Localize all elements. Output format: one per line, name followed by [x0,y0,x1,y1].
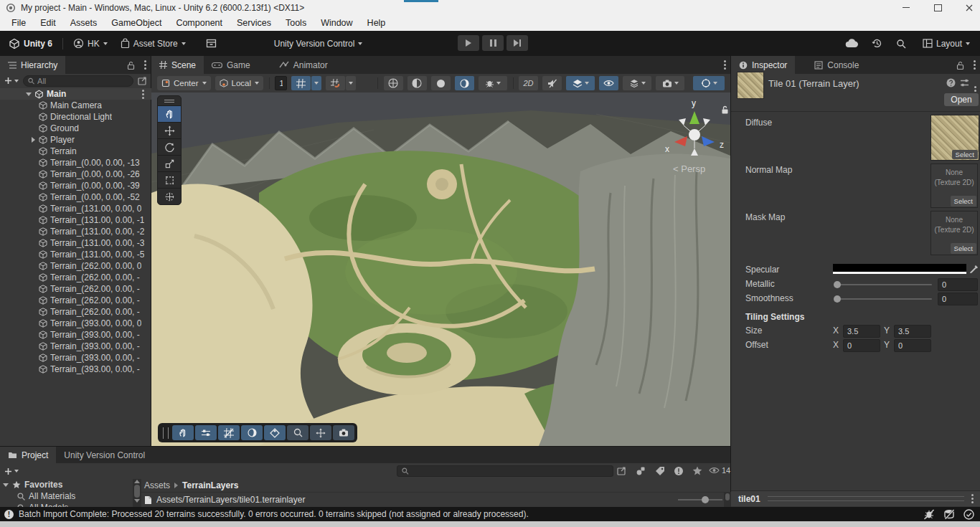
grid-visibility-dropdown[interactable] [311,76,321,90]
eyedropper-icon[interactable] [970,264,979,273]
hierarchy-item[interactable]: Main Camera [0,100,151,111]
overlay-lighting-button[interactable] [241,425,263,440]
diffuse-texture-slot[interactable]: Select [930,115,979,161]
hierarchy-item[interactable]: Terrain_(131.00, 0.00, -5 [0,249,151,260]
offset-x-input[interactable] [844,341,880,350]
slider-knob[interactable] [702,496,709,503]
hierarchy-item[interactable]: Terrain_(0.00, 0.00, -26 [0,168,151,180]
asset-file-row[interactable]: Assets/TerrainLayers/tile01.terrainlayer [141,493,730,507]
2d-toggle-button[interactable]: 2D [519,76,538,90]
search-by-label-icon[interactable] [655,466,665,476]
select-button[interactable]: Select [952,150,978,159]
scene-root-row[interactable]: Main [0,88,151,100]
hierarchy-item[interactable]: Directional Light [0,111,151,123]
tab-game[interactable]: Game [204,56,258,74]
hierarchy-item[interactable]: Terrain_(0.00, 0.00, -13 [0,157,151,168]
favorites-star-icon[interactable] [692,466,702,475]
scrollbar-thumb[interactable] [134,485,140,498]
favorites-root[interactable]: Favorites [0,479,133,490]
kebab-menu-icon[interactable] [144,64,146,66]
hierarchy-item[interactable]: Terrain_(131.00, 0.00, -3 [0,237,151,249]
close-button[interactable] [963,1,976,14]
hierarchy-item[interactable]: Terrain_(262.00, 0.00, - [0,283,151,295]
breadcrumb-assets[interactable]: Assets [144,480,170,490]
hierarchy-item[interactable]: Terrain_(0.00, 0.00, -52 [0,191,151,203]
snap-settings-button[interactable] [326,76,345,90]
hierarchy-item[interactable]: Ground [0,123,151,134]
audio-toggle-button[interactable] [542,76,562,90]
hierarchy-item[interactable]: Terrain_(262.00, 0.00, - [0,272,151,283]
component-stack-dropdown[interactable] [623,76,651,90]
collapse-arrow-icon[interactable] [26,92,32,96]
hierarchy-item[interactable]: Terrain_(393.00, 0.00, - [0,341,151,352]
menu-item[interactable]: Help [360,16,393,29]
smoothness-slider-knob[interactable] [834,295,841,303]
toolstrip-drag-handle[interactable] [158,96,181,105]
maximize-button[interactable] [931,1,944,14]
grid-visibility-button[interactable] [291,76,311,90]
lock-icon[interactable] [956,61,964,70]
preview-header[interactable]: tile01 [731,490,980,506]
favorites-item[interactable]: All Materials [0,490,133,502]
hierarchy-search-input[interactable] [37,77,128,85]
metallic-slider[interactable] [834,284,932,285]
specular-color-swatch[interactable] [833,264,966,274]
status-bar[interactable]: ! Batch Import Complete: Processed 20 te… [0,507,980,521]
shading-mode-button[interactable] [384,76,403,90]
history-icon[interactable] [872,38,882,49]
breadcrumb-current[interactable]: TerrainLayers [182,480,239,490]
hierarchy-item[interactable]: Terrain_(393.00, 0.00, - [0,329,151,341]
menu-item[interactable]: Window [314,16,359,29]
metallic-value-input[interactable] [938,280,977,289]
gizmo-x-axis-cone[interactable] [674,136,687,146]
package-manager-button[interactable] [203,37,220,50]
open-button[interactable]: Open [944,93,979,106]
pause-button[interactable] [482,35,504,51]
scene-visibility-button[interactable] [599,76,618,90]
import-status-check-icon[interactable] [963,509,974,520]
minimize-button[interactable] [900,1,913,14]
search-by-type-icon[interactable] [636,466,646,476]
orientation-dropdown[interactable]: Local [215,76,264,90]
overlay-pan-button[interactable] [172,425,194,440]
expand-arrow-icon[interactable] [32,137,35,143]
overlay-grid-button[interactable] [218,425,240,440]
scene-viewport[interactable]: y x z < Persp [151,92,730,446]
rotate-tool-button[interactable] [158,138,181,155]
search-icon[interactable] [896,39,906,49]
orientation-gizmo[interactable]: y x z [662,101,727,166]
menu-item[interactable]: Component [169,16,230,29]
lock-icon[interactable] [127,61,135,70]
overlay-gizmos-button[interactable] [264,425,286,440]
select-button[interactable]: Select [951,196,976,206]
menu-item[interactable]: GameObject [104,16,169,29]
shaded-wireframe-button[interactable] [407,76,427,90]
hierarchy-item[interactable]: Terrain_(262.00, 0.00, - [0,306,151,318]
version-control-dropdown[interactable]: Unity Version Control [271,37,366,51]
scroll-down-arrow[interactable] [134,499,140,503]
scroll-up-arrow[interactable] [134,480,140,483]
metallic-slider-knob[interactable] [834,281,841,288]
move-tool-button[interactable] [158,122,181,138]
projection-label[interactable]: < Persp [673,163,705,174]
layout-dropdown[interactable]: Layout [920,37,973,51]
hierarchy-item[interactable]: Terrain_(131.00, 0.00, -2 [0,226,151,237]
thumbnail-size-slider[interactable] [678,499,722,500]
account-dropdown[interactable]: HK [70,36,110,51]
asset-store-dropdown[interactable]: Asset Store [118,36,189,51]
menu-item[interactable]: Services [230,16,278,29]
preview-drag-handle[interactable] [768,496,964,501]
kebab-menu-icon[interactable] [142,93,144,95]
normal-map-slot[interactable]: None (Texture 2D) Select [930,163,978,208]
search-warnings-icon[interactable] [674,466,684,476]
grid-size-input[interactable] [275,79,286,87]
scene-navigation-dropdown[interactable] [693,76,725,90]
overlay-search-button[interactable] [287,425,308,440]
scene-picker-icon[interactable] [138,77,147,85]
hierarchy-item[interactable]: Player [0,134,151,146]
step-button[interactable] [507,35,528,51]
cache-server-icon[interactable] [943,509,955,519]
scene-lighting-button[interactable] [455,76,474,90]
overlay-settings-button[interactable] [195,425,217,440]
play-button[interactable] [458,35,479,51]
